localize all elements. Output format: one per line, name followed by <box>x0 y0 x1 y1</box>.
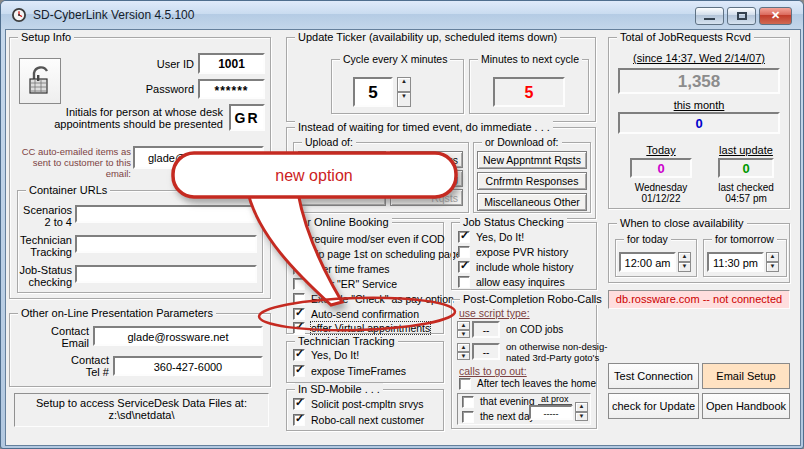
spinner-down-icon[interactable]: ▼ <box>397 92 411 107</box>
upload-button-3[interactable] <box>298 189 386 206</box>
checkbox[interactable]: ✓ <box>293 308 305 320</box>
upload-button-1[interactable] <box>298 151 386 168</box>
checkbox[interactable] <box>293 233 305 245</box>
app-clock-icon[interactable] <box>11 7 27 23</box>
spinner-up-icon[interactable]: ▲ <box>457 343 470 352</box>
initials-label: Initials for person at whose desk appoin… <box>41 106 223 130</box>
job-status-url-label: Job-Status checking <box>17 264 72 288</box>
cc-email-label: CC auto-emailed items as sent to custome… <box>9 146 131 179</box>
window-title: SD-CyberLink Version 4.5.100 <box>33 8 194 22</box>
spinner-up-icon[interactable]: ▲ <box>397 77 411 92</box>
checkbox[interactable]: ✓ <box>293 398 305 410</box>
cnfrmtn-responses-button[interactable]: Cnfrmtn Responses <box>477 172 587 190</box>
checkbox[interactable] <box>462 411 474 423</box>
checkbox-label: the next day <box>480 411 534 422</box>
contact-email-field[interactable]: glade@rossware.net <box>93 326 263 346</box>
checkbox-label: allow easy inquires <box>476 276 565 288</box>
other-script-value[interactable]: -- <box>472 343 500 360</box>
checkbox-label: Auto-send confirmation <box>311 308 419 320</box>
spinner-up-icon[interactable]: ▲ <box>575 402 588 412</box>
spinner-down-icon[interactable]: ▼ <box>457 352 470 361</box>
last-update-label: last update <box>701 144 791 156</box>
miscellaneous-other-button[interactable]: Miscellaneous Other <box>477 193 587 211</box>
immediate-legend: Instead of waiting for timed event, do i… <box>295 121 553 133</box>
other-script-text: on otherwise non-desig- nated 3rd-Party … <box>506 341 607 363</box>
cod-script-value[interactable]: -- <box>472 321 500 338</box>
spinner-down-icon[interactable]: ▼ <box>678 262 691 272</box>
spinner-up-icon[interactable]: ▲ <box>678 252 691 262</box>
cc-email-field[interactable]: glade@rossware.net <box>133 146 264 169</box>
upload-legend: Upload of: <box>302 136 356 148</box>
lock-button[interactable] <box>19 58 61 104</box>
upload-button-4[interactable]: tus <box>390 151 463 168</box>
job-status-url-field[interactable] <box>75 265 257 283</box>
today-day: Wednesday <box>616 182 706 193</box>
contact-tel-field[interactable]: 360-427-6000 <box>113 356 263 376</box>
other-script-spinner: ▲ ▼ <box>457 343 470 360</box>
container-urls-legend: Container URLs <box>26 184 110 196</box>
initials-field[interactable]: GR <box>229 104 265 131</box>
checkbox[interactable]: ✓ <box>293 322 305 334</box>
user-id-field[interactable]: 1001 <box>198 53 265 74</box>
spinner-up-icon[interactable]: ▲ <box>457 321 470 330</box>
close-icon: ✕ <box>760 9 791 22</box>
new-appntmnt-rqsts-button[interactable]: New Appntmnt Rqsts <box>477 151 587 169</box>
checkbox[interactable] <box>458 276 470 288</box>
spinner-down-icon[interactable]: ▼ <box>457 330 470 339</box>
since-label: (since 14:37, Wed 2/14/07) <box>608 52 790 64</box>
upload-button-2[interactable] <box>298 170 386 187</box>
total-value: 1,358 <box>618 68 780 94</box>
minimize-icon <box>704 18 715 20</box>
checkbox[interactable]: ✓ <box>458 231 470 243</box>
minimize-button[interactable] <box>695 7 724 25</box>
open-handbook-button[interactable]: Open Handbook <box>702 393 790 419</box>
checkbox[interactable] <box>462 396 474 408</box>
contact-email-label: Contact Email <box>31 325 89 349</box>
cycle-value-field[interactable]: 5 <box>353 77 393 107</box>
close-tomorrow-field[interactable]: 11:30 pm <box>707 252 764 272</box>
checkbox[interactable] <box>293 278 305 290</box>
upload-button-5[interactable]: king <box>390 170 463 187</box>
title-bar: SD-CyberLink Version 4.5.100 ✕ <box>1 1 803 29</box>
data-files-note: Setup to access ServiceDesk Data Files a… <box>14 393 269 427</box>
close-button[interactable]: ✕ <box>759 7 792 25</box>
sd-mobile-legend: In SD-Mobile . . . <box>295 383 383 395</box>
checkbox[interactable] <box>293 248 305 260</box>
check-for-update-button[interactable]: check for Update <box>608 393 699 419</box>
connection-status-badge: db.rossware.com -- not connected <box>608 290 790 309</box>
online-booking-legend: for Online Booking <box>295 216 392 228</box>
scenarios-field[interactable] <box>75 205 257 223</box>
spinner-down-icon[interactable]: ▼ <box>575 412 588 422</box>
spinner-up-icon[interactable]: ▲ <box>766 252 779 262</box>
checkbox-label: Yes, Do It! <box>311 349 359 361</box>
calls-go-out-label: calls to go out: <box>459 365 527 377</box>
checkbox[interactable] <box>458 246 470 258</box>
cycle-legend: Cycle every X minutes <box>340 53 450 65</box>
technician-tracking-url-field[interactable] <box>75 235 257 253</box>
checkbox[interactable] <box>293 293 305 305</box>
checkbox[interactable] <box>459 378 471 390</box>
test-connection-button[interactable]: Test Connection <box>608 363 699 389</box>
technician-tracking-url-label: Technician Tracking <box>17 234 72 258</box>
spinner-down-icon[interactable]: ▼ <box>766 262 779 272</box>
contact-tel-label: Contact Tel # <box>51 354 109 378</box>
other-params-legend: Other on-Line Presentation Parameters <box>18 307 216 319</box>
at-prox-value-field[interactable]: ----- <box>529 405 573 420</box>
checkbox[interactable]: ✓ <box>458 261 470 273</box>
checkbox[interactable]: ✓ <box>293 263 305 275</box>
scenarios-label: Scenarios 2 to 4 <box>17 204 72 228</box>
checkbox-label: offer Virtual appointments <box>311 322 430 334</box>
email-setup-button[interactable]: Email Setup <box>702 363 790 389</box>
today-label: Today <box>616 144 706 156</box>
next-cycle-value: 5 <box>493 77 565 107</box>
checkbox[interactable]: ✓ <box>293 414 305 426</box>
password-field[interactable]: ****** <box>198 79 265 99</box>
checkbox[interactable]: ✓ <box>293 365 305 377</box>
maximize-button[interactable] <box>727 7 756 25</box>
password-label: Password <box>101 83 194 95</box>
checkbox-label: expose PVR history <box>476 246 568 258</box>
close-today-field[interactable]: 12:00 am <box>619 252 676 272</box>
checkbox-label: require mod/ser even if COD <box>311 233 445 245</box>
checkbox[interactable]: ✓ <box>293 349 305 361</box>
upload-button-6-disabled: Rqsts <box>390 189 463 206</box>
